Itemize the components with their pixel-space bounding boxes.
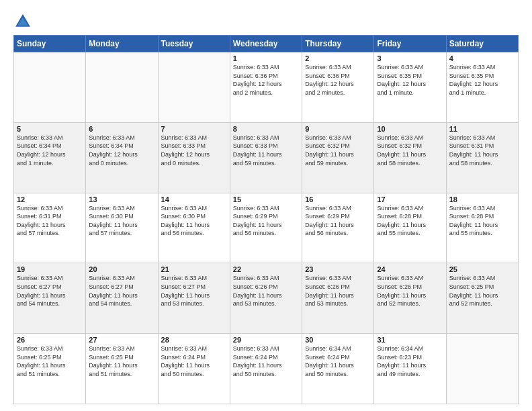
day-info: Sunrise: 6:33 AM Sunset: 6:33 PM Dayligh… — [161, 134, 227, 167]
weekday-header-wednesday: Wednesday — [230, 36, 302, 52]
day-number: 31 — [377, 336, 443, 344]
calendar-cell: 29Sunrise: 6:33 AM Sunset: 6:24 PM Dayli… — [230, 334, 302, 404]
calendar-cell: 25Sunrise: 6:33 AM Sunset: 6:25 PM Dayli… — [446, 263, 518, 334]
calendar-cell: 9Sunrise: 6:33 AM Sunset: 6:32 PM Daylig… — [302, 122, 374, 193]
calendar-cell: 30Sunrise: 6:34 AM Sunset: 6:24 PM Dayli… — [302, 334, 374, 404]
calendar-week-3: 12Sunrise: 6:33 AM Sunset: 6:31 PM Dayli… — [14, 193, 519, 263]
day-info: Sunrise: 6:33 AM Sunset: 6:27 PM Dayligh… — [161, 274, 227, 308]
calendar-cell: 28Sunrise: 6:33 AM Sunset: 6:24 PM Dayli… — [158, 334, 230, 404]
day-info: Sunrise: 6:33 AM Sunset: 6:34 PM Dayligh… — [17, 134, 83, 167]
calendar-cell: 4Sunrise: 6:33 AM Sunset: 6:35 PM Daylig… — [446, 52, 518, 123]
calendar-cell: 27Sunrise: 6:33 AM Sunset: 6:25 PM Dayli… — [86, 334, 158, 404]
day-info: Sunrise: 6:33 AM Sunset: 6:25 PM Dayligh… — [89, 345, 154, 378]
day-info: Sunrise: 6:33 AM Sunset: 6:26 PM Dayligh… — [305, 274, 371, 308]
day-info: Sunrise: 6:33 AM Sunset: 6:24 PM Dayligh… — [233, 345, 299, 378]
day-number: 5 — [17, 125, 83, 133]
calendar-cell: 6Sunrise: 6:33 AM Sunset: 6:34 PM Daylig… — [86, 122, 158, 193]
day-number: 21 — [161, 265, 227, 273]
calendar-cell: 20Sunrise: 6:33 AM Sunset: 6:27 PM Dayli… — [86, 263, 158, 334]
day-number: 4 — [449, 54, 515, 62]
day-info: Sunrise: 6:33 AM Sunset: 6:32 PM Dayligh… — [377, 134, 443, 167]
day-number: 16 — [305, 195, 371, 203]
day-info: Sunrise: 6:33 AM Sunset: 6:33 PM Dayligh… — [233, 134, 299, 167]
day-number: 22 — [233, 265, 299, 273]
calendar-cell: 16Sunrise: 6:33 AM Sunset: 6:29 PM Dayli… — [302, 193, 374, 263]
calendar-cell: 10Sunrise: 6:33 AM Sunset: 6:32 PM Dayli… — [374, 122, 446, 193]
day-info: Sunrise: 6:33 AM Sunset: 6:27 PM Dayligh… — [89, 274, 154, 308]
weekday-header-saturday: Saturday — [446, 36, 518, 52]
weekday-header-monday: Monday — [86, 36, 158, 52]
day-number: 2 — [305, 54, 371, 62]
calendar-cell: 26Sunrise: 6:33 AM Sunset: 6:25 PM Dayli… — [14, 334, 86, 404]
day-info: Sunrise: 6:33 AM Sunset: 6:28 PM Dayligh… — [377, 204, 443, 238]
day-number: 11 — [449, 125, 515, 133]
weekday-header-sunday: Sunday — [14, 36, 86, 52]
logo — [13, 12, 35, 31]
day-info: Sunrise: 6:33 AM Sunset: 6:24 PM Dayligh… — [161, 345, 227, 378]
calendar-cell: 3Sunrise: 6:33 AM Sunset: 6:35 PM Daylig… — [374, 52, 446, 123]
day-number: 23 — [305, 265, 371, 273]
day-info: Sunrise: 6:33 AM Sunset: 6:25 PM Dayligh… — [449, 274, 515, 308]
day-number: 26 — [17, 336, 83, 344]
day-info: Sunrise: 6:33 AM Sunset: 6:29 PM Dayligh… — [305, 204, 371, 238]
day-number: 27 — [89, 336, 154, 344]
day-info: Sunrise: 6:33 AM Sunset: 6:31 PM Dayligh… — [17, 204, 83, 238]
day-info: Sunrise: 6:33 AM Sunset: 6:31 PM Dayligh… — [449, 134, 515, 167]
calendar-cell: 19Sunrise: 6:33 AM Sunset: 6:27 PM Dayli… — [14, 263, 86, 334]
day-number: 1 — [233, 54, 299, 62]
day-info: Sunrise: 6:33 AM Sunset: 6:25 PM Dayligh… — [17, 345, 83, 378]
calendar-cell — [446, 334, 518, 404]
calendar-cell: 1Sunrise: 6:33 AM Sunset: 6:36 PM Daylig… — [230, 52, 302, 123]
day-number: 15 — [233, 195, 299, 203]
calendar-cell: 31Sunrise: 6:34 AM Sunset: 6:23 PM Dayli… — [374, 334, 446, 404]
day-number: 25 — [449, 265, 515, 273]
day-number: 29 — [233, 336, 299, 344]
calendar-cell: 17Sunrise: 6:33 AM Sunset: 6:28 PM Dayli… — [374, 193, 446, 263]
day-number: 19 — [17, 265, 83, 273]
day-info: Sunrise: 6:33 AM Sunset: 6:35 PM Dayligh… — [449, 63, 515, 97]
calendar-cell: 24Sunrise: 6:33 AM Sunset: 6:26 PM Dayli… — [374, 263, 446, 334]
calendar-cell: 15Sunrise: 6:33 AM Sunset: 6:29 PM Dayli… — [230, 193, 302, 263]
day-info: Sunrise: 6:33 AM Sunset: 6:32 PM Dayligh… — [305, 134, 371, 167]
calendar-cell: 13Sunrise: 6:33 AM Sunset: 6:30 PM Dayli… — [86, 193, 158, 263]
day-number: 20 — [89, 265, 154, 273]
calendar-cell — [158, 52, 230, 123]
logo-icon — [13, 12, 32, 31]
day-number: 9 — [305, 125, 371, 133]
day-info: Sunrise: 6:33 AM Sunset: 6:30 PM Dayligh… — [161, 204, 227, 238]
day-info: Sunrise: 6:33 AM Sunset: 6:26 PM Dayligh… — [233, 274, 299, 308]
day-info: Sunrise: 6:33 AM Sunset: 6:26 PM Dayligh… — [377, 274, 443, 308]
calendar-cell: 23Sunrise: 6:33 AM Sunset: 6:26 PM Dayli… — [302, 263, 374, 334]
day-number: 17 — [377, 195, 443, 203]
day-number: 14 — [161, 195, 227, 203]
day-info: Sunrise: 6:33 AM Sunset: 6:27 PM Dayligh… — [17, 274, 83, 308]
day-number: 10 — [377, 125, 443, 133]
day-number: 6 — [89, 125, 154, 133]
calendar-cell: 8Sunrise: 6:33 AM Sunset: 6:33 PM Daylig… — [230, 122, 302, 193]
calendar-cell: 2Sunrise: 6:33 AM Sunset: 6:36 PM Daylig… — [302, 52, 374, 123]
weekday-header-row: SundayMondayTuesdayWednesdayThursdayFrid… — [14, 36, 519, 52]
day-info: Sunrise: 6:33 AM Sunset: 6:34 PM Dayligh… — [89, 134, 154, 167]
day-info: Sunrise: 6:33 AM Sunset: 6:35 PM Dayligh… — [377, 63, 443, 97]
calendar-cell: 22Sunrise: 6:33 AM Sunset: 6:26 PM Dayli… — [230, 263, 302, 334]
day-info: Sunrise: 6:33 AM Sunset: 6:36 PM Dayligh… — [305, 63, 371, 97]
day-number: 28 — [161, 336, 227, 344]
weekday-header-friday: Friday — [374, 36, 446, 52]
day-info: Sunrise: 6:33 AM Sunset: 6:36 PM Dayligh… — [233, 63, 299, 97]
calendar-week-1: 1Sunrise: 6:33 AM Sunset: 6:36 PM Daylig… — [14, 52, 519, 123]
day-number: 18 — [449, 195, 515, 203]
page: SundayMondayTuesdayWednesdayThursdayFrid… — [0, 0, 532, 411]
header — [13, 12, 519, 31]
calendar-cell: 21Sunrise: 6:33 AM Sunset: 6:27 PM Dayli… — [158, 263, 230, 334]
calendar-cell: 14Sunrise: 6:33 AM Sunset: 6:30 PM Dayli… — [158, 193, 230, 263]
calendar-cell — [86, 52, 158, 123]
day-number: 12 — [17, 195, 83, 203]
calendar-cell: 12Sunrise: 6:33 AM Sunset: 6:31 PM Dayli… — [14, 193, 86, 263]
weekday-header-thursday: Thursday — [302, 36, 374, 52]
day-number: 8 — [233, 125, 299, 133]
weekday-header-tuesday: Tuesday — [158, 36, 230, 52]
day-info: Sunrise: 6:34 AM Sunset: 6:23 PM Dayligh… — [377, 345, 443, 378]
day-number: 30 — [305, 336, 371, 344]
calendar-cell: 7Sunrise: 6:33 AM Sunset: 6:33 PM Daylig… — [158, 122, 230, 193]
day-info: Sunrise: 6:33 AM Sunset: 6:29 PM Dayligh… — [233, 204, 299, 238]
